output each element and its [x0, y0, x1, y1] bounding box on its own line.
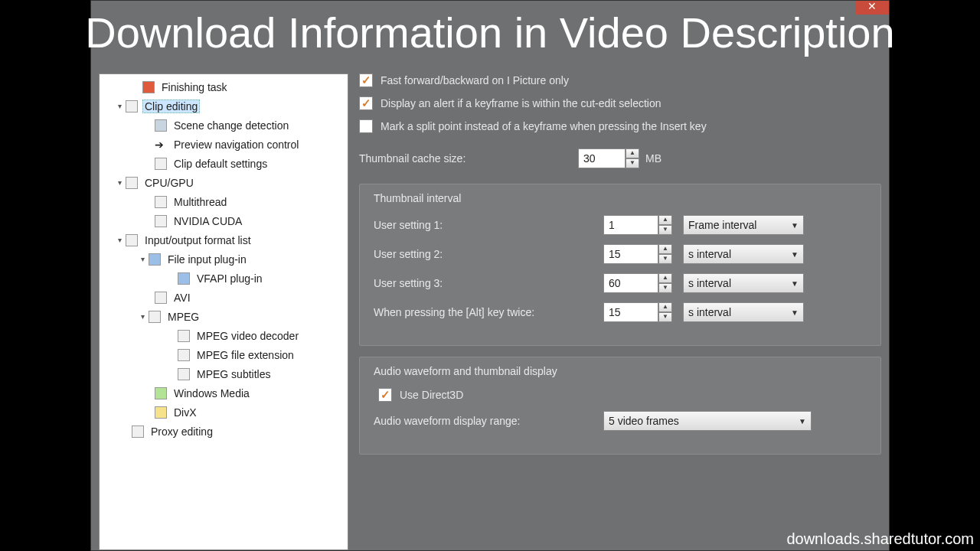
checkbox-icon[interactable]: ✓: [359, 96, 373, 110]
tree-item[interactable]: ▾Input/output format list: [100, 230, 348, 249]
interval-setting-row: User setting 3:▲▼s interval▼: [374, 273, 867, 293]
spin-down-icon[interactable]: ▼: [658, 312, 672, 322]
interval-unit-combo[interactable]: s interval▼: [683, 244, 804, 264]
tree-item-label: Proxy editing: [149, 425, 215, 439]
tree-item[interactable]: AVI: [100, 288, 348, 307]
tree-item-label: CPU/GPU: [142, 176, 196, 190]
spin-up-icon[interactable]: ▲: [658, 244, 672, 254]
group-title: Thumbnail interval: [374, 184, 867, 215]
tree-item-label: Clip default settings: [172, 157, 270, 171]
spin-down-icon[interactable]: ▼: [658, 225, 672, 235]
tree-node-icon: [155, 215, 167, 227]
range-combo[interactable]: 5 video frames ▼: [603, 411, 812, 431]
expand-toggle-icon[interactable]: ▾: [115, 178, 124, 187]
tree-item[interactable]: DivX: [100, 403, 348, 422]
cache-spinner[interactable]: ▲ ▼: [578, 148, 639, 168]
checkbox-icon[interactable]: ✓: [359, 73, 373, 87]
setting-label: User setting 1:: [374, 219, 603, 231]
check-label: Mark a split point instead of a keyframe…: [381, 120, 707, 132]
spin-down-icon[interactable]: ▼: [658, 254, 672, 264]
interval-spinner[interactable]: ▲▼: [603, 302, 672, 322]
cache-input[interactable]: [578, 148, 626, 168]
tree-item[interactable]: ▾File input plug-in: [100, 249, 348, 269]
check-split-point[interactable]: Mark a split point instead of a keyframe…: [359, 119, 881, 133]
tree-item[interactable]: ▾CPU/GPU: [100, 173, 348, 192]
expand-toggle-icon[interactable]: ▾: [138, 255, 147, 263]
settings-panel: ✓ Fast forward/backward on I Picture onl…: [359, 73, 881, 550]
interval-unit-combo[interactable]: Frame interval▼: [683, 215, 804, 235]
tree-item[interactable]: ▾MPEG: [100, 307, 348, 326]
tree-node-icon: [126, 100, 138, 112]
tree-node-icon: [155, 387, 167, 399]
tree-item-label: MPEG video decoder: [194, 329, 301, 343]
interval-input[interactable]: [603, 302, 658, 322]
tree-node-icon: [155, 196, 167, 208]
spin-down-icon[interactable]: ▼: [626, 158, 639, 168]
cache-label: Thumbnail cache size:: [359, 152, 572, 165]
checkbox-icon[interactable]: [359, 119, 373, 133]
tree-node-icon: [155, 292, 167, 304]
tree-item[interactable]: NVIDIA CUDA: [100, 211, 348, 230]
interval-input[interactable]: [603, 273, 658, 293]
expand-toggle-icon[interactable]: ▾: [115, 236, 124, 244]
tree-item-label: VFAPI plug-in: [194, 272, 265, 285]
tree-node-icon: [178, 349, 190, 361]
interval-setting-row: User setting 1:▲▼Frame interval▼: [374, 215, 867, 235]
combo-value: 5 video frames: [609, 415, 679, 427]
interval-spinner[interactable]: ▲▼: [603, 215, 672, 235]
tree-item-label: Multithread: [172, 195, 229, 209]
tree-item[interactable]: Multithread: [100, 192, 348, 211]
check-fastforward[interactable]: ✓ Fast forward/backward on I Picture onl…: [359, 73, 881, 87]
spin-up-icon[interactable]: ▲: [658, 302, 672, 312]
spin-up-icon[interactable]: ▲: [658, 215, 672, 225]
interval-spinner[interactable]: ▲▼: [603, 244, 672, 264]
tree-item[interactable]: MPEG subtitles: [100, 364, 348, 383]
chevron-down-icon: ▼: [799, 417, 806, 425]
expand-toggle-icon[interactable]: ▾: [138, 312, 147, 321]
overlay-banner: Download Information in Video Descriptio…: [0, 8, 980, 57]
tree-item-label: MPEG: [165, 310, 201, 324]
tree-item-label: Clip editing: [142, 99, 200, 113]
spin-up-icon[interactable]: ▲: [626, 148, 639, 158]
tree-item[interactable]: MPEG file extension: [100, 345, 348, 364]
tree-item[interactable]: MPEG video decoder: [100, 326, 348, 345]
spin-down-icon[interactable]: ▼: [658, 283, 672, 293]
tree-node-icon: [149, 253, 161, 266]
group-title: Audio waveform and thumbnail display: [374, 357, 867, 388]
expand-toggle-icon[interactable]: ▾: [115, 102, 124, 110]
tree-item-label: Preview navigation control: [172, 138, 301, 152]
tree-item-label: Finishing task: [159, 80, 230, 94]
tree-node-icon: [178, 368, 190, 380]
tree-item[interactable]: Finishing task: [100, 77, 348, 96]
tree-item[interactable]: Scene change detection: [100, 116, 348, 135]
tree-item[interactable]: Clip default settings: [100, 154, 348, 173]
cache-unit: MB: [645, 152, 662, 165]
tree-item-label: NVIDIA CUDA: [172, 214, 244, 228]
combo-value: s interval: [688, 277, 731, 289]
interval-spinner[interactable]: ▲▼: [603, 273, 672, 293]
tree-item[interactable]: VFAPI plug-in: [100, 269, 348, 288]
tree-item-label: AVI: [172, 291, 193, 305]
interval-unit-combo[interactable]: s interval▼: [683, 273, 804, 293]
tree-item-label: MPEG subtitles: [194, 367, 273, 381]
tree-item-label: File input plug-in: [165, 253, 249, 266]
interval-input[interactable]: [603, 244, 658, 264]
watermark-url: downloads.sharedtutor.com: [786, 530, 974, 548]
category-tree[interactable]: Finishing task▾Clip editingScene change …: [99, 73, 348, 550]
tree-node-icon: [155, 119, 167, 132]
tree-node-icon: [178, 272, 190, 285]
chevron-down-icon: ▼: [791, 308, 799, 317]
tree-node-icon: [126, 234, 138, 246]
tree-item[interactable]: ➔Preview navigation control: [100, 135, 348, 154]
tree-item[interactable]: ▾Clip editing: [100, 96, 348, 116]
range-label: Audio waveform display range:: [374, 415, 603, 427]
dialog-body: Finishing task▾Clip editingScene change …: [99, 73, 881, 550]
interval-input[interactable]: [603, 215, 658, 235]
spin-up-icon[interactable]: ▲: [658, 273, 672, 283]
check-direct3d[interactable]: ✓ Use Direct3D: [378, 388, 867, 402]
checkbox-icon[interactable]: ✓: [378, 388, 392, 402]
check-keyframe-alert[interactable]: ✓ Display an alert if a keyframe is with…: [359, 96, 881, 110]
tree-item[interactable]: Windows Media: [100, 383, 348, 403]
tree-item[interactable]: Proxy editing: [100, 422, 348, 441]
interval-unit-combo[interactable]: s interval▼: [683, 302, 804, 322]
